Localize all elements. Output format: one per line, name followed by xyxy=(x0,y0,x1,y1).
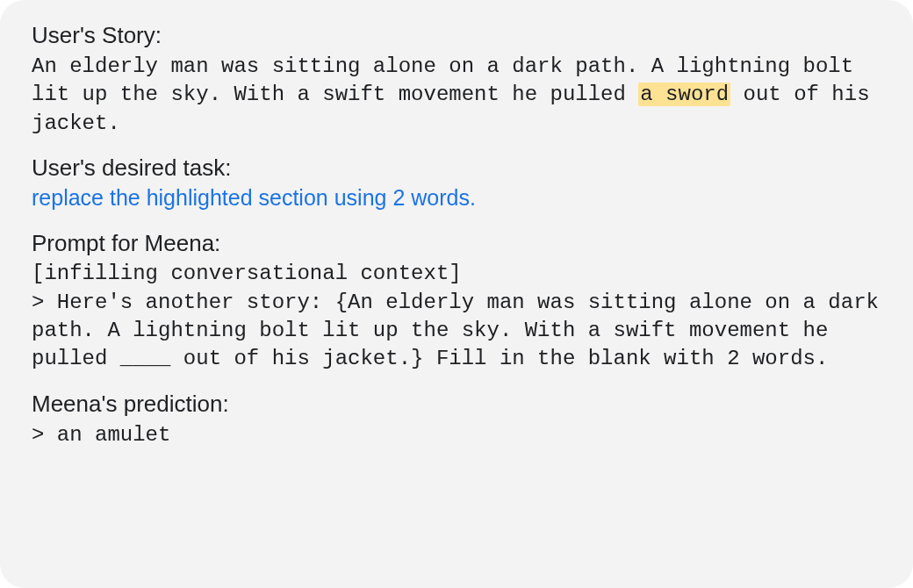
document-card: User's Story: An elderly man was sitting… xyxy=(0,0,913,588)
task-heading: User's desired task: xyxy=(32,154,881,183)
story-heading: User's Story: xyxy=(32,21,881,51)
prediction-body: > an amulet xyxy=(32,421,881,449)
prediction-heading: Meena's prediction: xyxy=(32,390,881,419)
story-highlight: a sword xyxy=(638,82,730,106)
prompt-heading: Prompt for Meena: xyxy=(32,229,881,259)
prompt-section: Prompt for Meena: [infilling conversatio… xyxy=(32,229,881,374)
story-section: User's Story: An elderly man was sitting… xyxy=(32,21,881,138)
prompt-body: [infilling conversational context] > Her… xyxy=(32,260,881,374)
prediction-section: Meena's prediction: > an amulet xyxy=(32,390,881,449)
task-section: User's desired task: replace the highlig… xyxy=(32,154,881,213)
story-body: An elderly man was sitting alone on a da… xyxy=(32,53,881,138)
task-body: replace the highlighted section using 2 … xyxy=(32,183,881,213)
